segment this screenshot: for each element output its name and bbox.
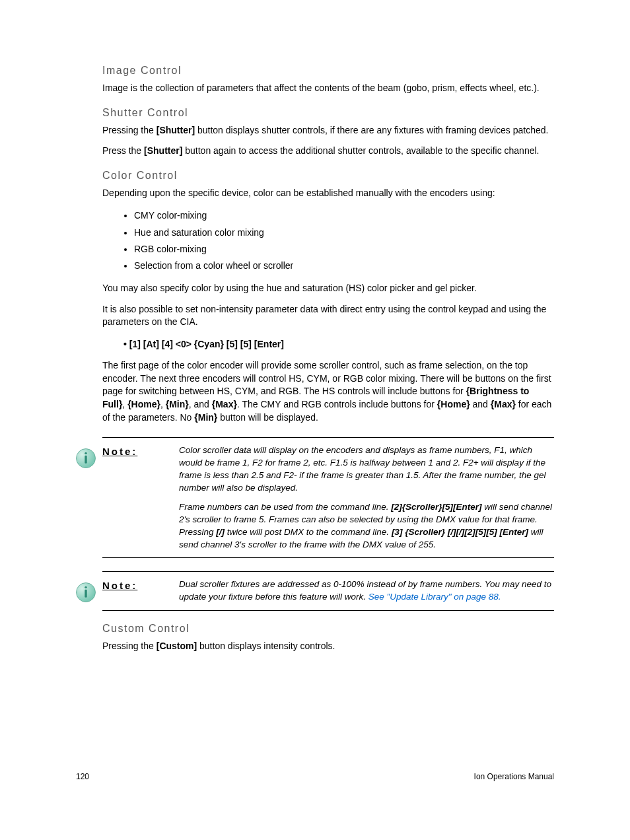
- svg-rect-2: [85, 456, 87, 464]
- info-icon: [75, 447, 97, 470]
- heading-image-control: Image Control: [102, 65, 554, 77]
- command-item: [1] [At] [4] <0> {Cyan} [5] [5] [Enter]: [123, 337, 554, 351]
- list-item: Hue and saturation color mixing: [134, 225, 554, 241]
- key-seq: [3] {Scroller} [/][/][2][5][5] [Enter]: [392, 527, 528, 537]
- note-label: Note:: [102, 444, 179, 457]
- note-block-1: Note: Color scroller data will display o…: [69, 437, 554, 558]
- para-shutter-1: Pressing the [Shutter] button displays s…: [102, 124, 554, 137]
- text: and: [470, 399, 491, 409]
- svg-point-1: [85, 452, 87, 454]
- note-text: Dual scroller fixtures are addressed as …: [179, 578, 554, 604]
- softkey: {Min}: [166, 399, 189, 409]
- note-block-2: Note: Dual scroller fixtures are address…: [69, 571, 554, 611]
- note-icon-col: [69, 578, 102, 604]
- text: button again to access the additional sh…: [182, 145, 539, 156]
- note-para: Frame numbers can be used from the comma…: [179, 501, 554, 551]
- divider: [102, 610, 554, 611]
- content: Image Control Image is the collection of…: [102, 65, 554, 653]
- para-color-4: The first page of the color encoder will…: [102, 359, 554, 424]
- para-color-3: It is also possible to set non-intensity…: [102, 303, 554, 329]
- para-color-intro: Depending upon the specific device, colo…: [102, 187, 554, 200]
- text: , and: [189, 399, 212, 409]
- softkey: {Max}: [491, 399, 516, 409]
- text: button displays intensity controls.: [197, 641, 335, 651]
- text: . The CMY and RGB controls include butto…: [237, 399, 437, 409]
- heading-color-control: Color Control: [102, 170, 554, 182]
- key-custom: [Custom]: [157, 641, 197, 651]
- page-number: 120: [76, 772, 89, 781]
- note-row: Note: Dual scroller fixtures are address…: [69, 572, 554, 610]
- note-icon-col: [69, 444, 102, 470]
- page: Image Control Image is the collection of…: [0, 0, 630, 821]
- note-para: Color scroller data will display on the …: [179, 444, 554, 495]
- softkey: {Home}: [127, 399, 160, 409]
- text: ,: [122, 399, 127, 409]
- para-shutter-2: Press the [Shutter] button again to acce…: [102, 145, 554, 158]
- note-text: Color scroller data will display on the …: [179, 444, 554, 551]
- manual-title: Ion Operations Manual: [474, 772, 554, 781]
- para-color-2: You may also specify color by using the …: [102, 282, 554, 295]
- text: button will be displayed.: [217, 412, 318, 423]
- para-image: Image is the collection of parameters th…: [102, 82, 554, 95]
- key-shutter: [Shutter]: [144, 145, 182, 156]
- color-list: CMY color-mixing Hue and saturation colo…: [102, 207, 554, 274]
- softkey: {Home}: [437, 399, 470, 409]
- note-row: Note: Color scroller data will display o…: [69, 438, 554, 557]
- text: Pressing the: [102, 125, 157, 135]
- svg-rect-5: [85, 590, 87, 598]
- command-list: [1] [At] [4] <0> {Cyan} [5] [5] [Enter]: [102, 337, 554, 351]
- heading-custom-control: Custom Control: [102, 623, 554, 635]
- info-icon: [75, 581, 97, 604]
- key-seq: [2]{Scroller}[5][Enter]: [391, 502, 481, 512]
- heading-shutter-control: Shutter Control: [102, 107, 554, 119]
- text: Press the: [102, 145, 144, 156]
- text: Frame numbers can be used from the comma…: [179, 502, 391, 512]
- list-item: RGB color-mixing: [134, 241, 554, 258]
- footer: 120 Ion Operations Manual: [76, 772, 554, 781]
- list-item: Selection from a color wheel or scroller: [134, 258, 554, 274]
- divider: [102, 557, 554, 558]
- note-label: Note:: [102, 578, 179, 591]
- para-custom: Pressing the [Custom] button displays in…: [102, 640, 554, 653]
- text: twice will post DMX to the command line.: [225, 527, 392, 537]
- softkey: {Max}: [212, 399, 237, 409]
- key-shutter: [Shutter]: [157, 125, 195, 135]
- list-item: CMY color-mixing: [134, 207, 554, 224]
- text: Pressing the: [102, 641, 157, 651]
- text: button displays shutter controls, if the…: [195, 125, 548, 135]
- svg-point-4: [85, 586, 87, 588]
- link-update-library[interactable]: See "Update Library" on page 88.: [368, 592, 501, 602]
- softkey: {Min}: [194, 412, 217, 423]
- key-seq: [/]: [216, 527, 225, 537]
- note-para: Dual scroller fixtures are addressed as …: [179, 578, 554, 604]
- text: ,: [160, 399, 166, 409]
